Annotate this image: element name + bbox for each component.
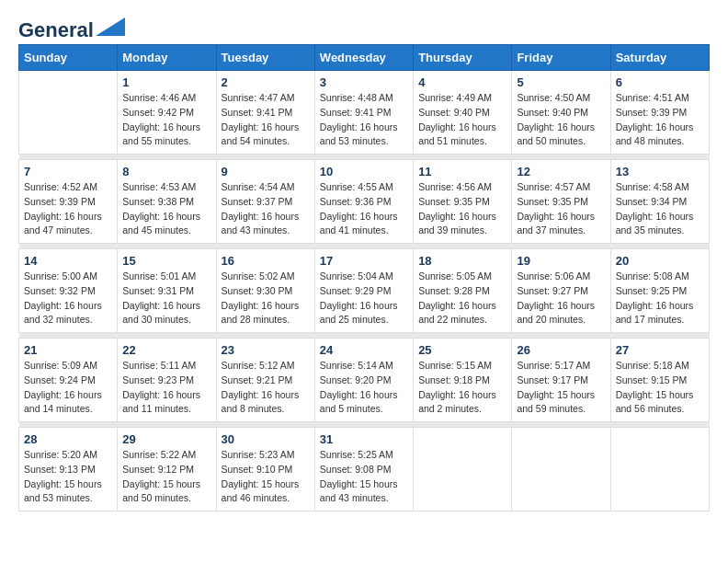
day-number: 29 <box>122 432 210 446</box>
day-number: 26 <box>517 343 605 357</box>
col-header-wednesday: Wednesday <box>314 45 413 71</box>
day-info: Sunrise: 4:49 AM Sunset: 9:40 PM Dayligh… <box>418 91 506 149</box>
day-number: 15 <box>122 254 210 268</box>
day-number: 22 <box>122 343 210 357</box>
day-cell: 20Sunrise: 5:08 AM Sunset: 9:25 PM Dayli… <box>610 249 709 333</box>
col-header-monday: Monday <box>118 45 216 71</box>
day-cell: 30Sunrise: 5:23 AM Sunset: 9:10 PM Dayli… <box>216 428 314 511</box>
day-info: Sunrise: 5:08 AM Sunset: 9:25 PM Dayligh… <box>616 270 704 327</box>
day-info: Sunrise: 5:04 AM Sunset: 9:29 PM Dayligh… <box>320 270 408 327</box>
day-number: 14 <box>24 254 112 268</box>
header-row: SundayMondayTuesdayWednesdayThursdayFrid… <box>19 45 710 71</box>
day-info: Sunrise: 5:02 AM Sunset: 9:30 PM Dayligh… <box>222 270 310 327</box>
day-cell: 21Sunrise: 5:09 AM Sunset: 9:24 PM Dayli… <box>19 339 118 422</box>
day-cell: 4Sunrise: 4:49 AM Sunset: 9:40 PM Daylig… <box>414 71 512 155</box>
day-info: Sunrise: 5:17 AM Sunset: 9:17 PM Dayligh… <box>517 359 605 417</box>
day-cell: 2Sunrise: 4:47 AM Sunset: 9:41 PM Daylig… <box>216 71 314 155</box>
day-info: Sunrise: 4:51 AM Sunset: 9:39 PM Dayligh… <box>616 91 704 149</box>
week-row-2: 7Sunrise: 4:52 AM Sunset: 9:39 PM Daylig… <box>19 160 710 244</box>
day-number: 30 <box>222 432 310 446</box>
week-row-1: 1Sunrise: 4:46 AM Sunset: 9:42 PM Daylig… <box>19 71 710 155</box>
day-cell: 12Sunrise: 4:57 AM Sunset: 9:35 PM Dayli… <box>512 160 610 244</box>
day-cell: 9Sunrise: 4:54 AM Sunset: 9:37 PM Daylig… <box>216 160 314 244</box>
day-info: Sunrise: 4:55 AM Sunset: 9:36 PM Dayligh… <box>320 180 408 238</box>
day-cell: 14Sunrise: 5:00 AM Sunset: 9:32 PM Dayli… <box>19 249 118 333</box>
day-info: Sunrise: 5:18 AM Sunset: 9:15 PM Dayligh… <box>616 359 704 417</box>
day-number: 2 <box>222 75 310 89</box>
day-cell <box>19 71 118 155</box>
day-cell: 11Sunrise: 4:56 AM Sunset: 9:35 PM Dayli… <box>414 160 512 244</box>
day-cell: 6Sunrise: 4:51 AM Sunset: 9:39 PM Daylig… <box>610 71 709 155</box>
logo: General <box>18 18 125 35</box>
day-cell <box>512 428 610 511</box>
day-info: Sunrise: 4:48 AM Sunset: 9:41 PM Dayligh… <box>320 91 408 149</box>
day-number: 17 <box>320 254 408 268</box>
col-header-friday: Friday <box>512 45 610 71</box>
day-info: Sunrise: 4:58 AM Sunset: 9:34 PM Dayligh… <box>616 180 704 238</box>
day-info: Sunrise: 5:09 AM Sunset: 9:24 PM Dayligh… <box>24 359 112 417</box>
col-header-thursday: Thursday <box>414 45 512 71</box>
day-info: Sunrise: 4:56 AM Sunset: 9:35 PM Dayligh… <box>418 180 506 238</box>
svg-marker-0 <box>96 17 125 36</box>
day-cell: 18Sunrise: 5:05 AM Sunset: 9:28 PM Dayli… <box>414 249 512 333</box>
col-header-sunday: Sunday <box>19 45 118 71</box>
day-cell: 8Sunrise: 4:53 AM Sunset: 9:38 PM Daylig… <box>118 160 216 244</box>
day-cell: 27Sunrise: 5:18 AM Sunset: 9:15 PM Dayli… <box>610 339 709 422</box>
day-cell: 5Sunrise: 4:50 AM Sunset: 9:40 PM Daylig… <box>512 71 610 155</box>
day-number: 24 <box>320 343 408 357</box>
logo-text-general: General <box>18 18 94 42</box>
calendar-table: SundayMondayTuesdayWednesdayThursdayFrid… <box>18 44 710 511</box>
logo-icon <box>96 17 125 36</box>
day-cell: 25Sunrise: 5:15 AM Sunset: 9:18 PM Dayli… <box>414 339 512 422</box>
day-info: Sunrise: 4:46 AM Sunset: 9:42 PM Dayligh… <box>122 91 210 149</box>
day-number: 19 <box>517 254 605 268</box>
day-cell: 28Sunrise: 5:20 AM Sunset: 9:13 PM Dayli… <box>19 428 118 511</box>
day-number: 8 <box>122 165 210 178</box>
day-info: Sunrise: 4:50 AM Sunset: 9:40 PM Dayligh… <box>517 91 605 149</box>
day-info: Sunrise: 5:14 AM Sunset: 9:20 PM Dayligh… <box>320 359 408 417</box>
day-info: Sunrise: 5:06 AM Sunset: 9:27 PM Dayligh… <box>517 270 605 327</box>
day-cell: 22Sunrise: 5:11 AM Sunset: 9:23 PM Dayli… <box>118 339 216 422</box>
day-info: Sunrise: 5:25 AM Sunset: 9:08 PM Dayligh… <box>320 448 408 506</box>
day-number: 31 <box>320 432 408 446</box>
day-number: 18 <box>418 254 506 268</box>
day-cell: 17Sunrise: 5:04 AM Sunset: 9:29 PM Dayli… <box>314 249 413 333</box>
day-info: Sunrise: 4:52 AM Sunset: 9:39 PM Dayligh… <box>24 180 112 238</box>
day-cell: 16Sunrise: 5:02 AM Sunset: 9:30 PM Dayli… <box>216 249 314 333</box>
day-info: Sunrise: 5:11 AM Sunset: 9:23 PM Dayligh… <box>122 359 210 417</box>
day-info: Sunrise: 4:57 AM Sunset: 9:35 PM Dayligh… <box>517 180 605 238</box>
day-number: 20 <box>616 254 704 268</box>
day-cell: 10Sunrise: 4:55 AM Sunset: 9:36 PM Dayli… <box>314 160 413 244</box>
day-number: 25 <box>418 343 506 357</box>
col-header-saturday: Saturday <box>610 45 709 71</box>
day-cell <box>610 428 709 511</box>
day-info: Sunrise: 5:00 AM Sunset: 9:32 PM Dayligh… <box>24 270 112 327</box>
day-number: 3 <box>320 75 408 89</box>
day-cell: 15Sunrise: 5:01 AM Sunset: 9:31 PM Dayli… <box>118 249 216 333</box>
week-row-4: 21Sunrise: 5:09 AM Sunset: 9:24 PM Dayli… <box>19 339 710 422</box>
day-info: Sunrise: 4:54 AM Sunset: 9:37 PM Dayligh… <box>222 180 310 238</box>
day-cell: 29Sunrise: 5:22 AM Sunset: 9:12 PM Dayli… <box>118 428 216 511</box>
day-cell: 7Sunrise: 4:52 AM Sunset: 9:39 PM Daylig… <box>19 160 118 244</box>
day-info: Sunrise: 5:12 AM Sunset: 9:21 PM Dayligh… <box>222 359 310 417</box>
page-header: General <box>18 18 710 35</box>
day-number: 21 <box>24 343 112 357</box>
day-number: 9 <box>222 165 310 178</box>
day-cell: 1Sunrise: 4:46 AM Sunset: 9:42 PM Daylig… <box>118 71 216 155</box>
day-info: Sunrise: 4:47 AM Sunset: 9:41 PM Dayligh… <box>222 91 310 149</box>
day-number: 13 <box>616 165 704 178</box>
day-cell <box>414 428 512 511</box>
day-number: 16 <box>222 254 310 268</box>
day-info: Sunrise: 4:53 AM Sunset: 9:38 PM Dayligh… <box>122 180 210 238</box>
day-cell: 19Sunrise: 5:06 AM Sunset: 9:27 PM Dayli… <box>512 249 610 333</box>
day-info: Sunrise: 5:05 AM Sunset: 9:28 PM Dayligh… <box>418 270 506 327</box>
week-row-3: 14Sunrise: 5:00 AM Sunset: 9:32 PM Dayli… <box>19 249 710 333</box>
day-number: 23 <box>222 343 310 357</box>
day-info: Sunrise: 5:01 AM Sunset: 9:31 PM Dayligh… <box>122 270 210 327</box>
day-info: Sunrise: 5:20 AM Sunset: 9:13 PM Dayligh… <box>24 448 112 506</box>
day-number: 1 <box>122 75 210 89</box>
day-info: Sunrise: 5:22 AM Sunset: 9:12 PM Dayligh… <box>122 448 210 506</box>
day-cell: 26Sunrise: 5:17 AM Sunset: 9:17 PM Dayli… <box>512 339 610 422</box>
day-number: 10 <box>320 165 408 178</box>
day-number: 6 <box>616 75 704 89</box>
